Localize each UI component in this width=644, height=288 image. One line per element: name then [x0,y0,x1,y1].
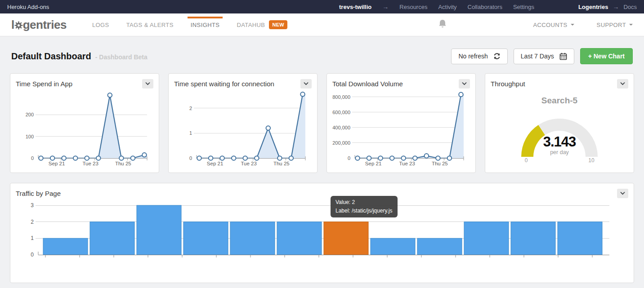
logentries-logo[interactable]: l gentries [11,18,67,32]
tooltip-label-line: Label: /static/js/jquery.js [335,207,393,215]
arrow-right-icon: → [613,3,619,10]
chart-title: Throughput [491,79,525,88]
page-title: Default Dashboard [11,51,91,62]
brand-group: Logentries → Docs [578,3,637,10]
chart-card-download-volume: Total Download Volume 0200,000400,000600… [326,73,476,173]
svg-text:Thu 25: Thu 25 [273,161,290,166]
chart-menu-button[interactable] [142,79,153,89]
dashboard-content: Default Dashboard - Dashboard Beta No re… [0,36,644,283]
chart-menu-button[interactable] [459,79,470,89]
svg-text:1: 1 [31,235,34,241]
calendar-icon [559,53,567,60]
nav-item-tags-alerts[interactable]: TAGS & ALERTS [118,13,182,36]
topbar-link-settings[interactable]: Settings [513,4,534,10]
traffic-bar-chart[interactable]: 0123 [16,201,628,277]
support-dropdown[interactable]: SUPPORT [597,22,633,28]
page-subtitle: - Dashboard Beta [95,52,148,61]
charts-row: Time Spend in App 0100200Sep 21Tue 23Thu… [10,73,634,173]
svg-text:Sep 21: Sep 21 [49,161,65,166]
main-navbar: l gentries LOGS TAGS & ALERTS INSIGHTS D… [0,13,644,36]
chart-menu-button[interactable] [300,79,312,89]
time-spend-line-chart[interactable]: 0100200Sep 21Tue 23Thu 25 [16,91,153,168]
app-name[interactable]: trevs-twillio [339,4,371,10]
topbar-link-resources[interactable]: Resources [399,4,427,10]
chart-title: Traffic by Page [16,189,61,197]
nav-menu: LOGS TAGS & ALERTS INSIGHTS DATAHUB NEW [84,13,296,36]
svg-text:Tue 23: Tue 23 [399,161,415,166]
logo-text-prefix: l [11,18,14,32]
svg-text:100: 100 [26,134,34,139]
svg-text:0: 0 [31,252,34,258]
logentries-brand[interactable]: Logentries [578,4,608,10]
waiting-connection-line-chart[interactable]: 012Sep 21Tue 23Thu 25 [174,91,312,168]
new-chart-button[interactable]: + New Chart [580,48,633,64]
notifications-bell-icon[interactable] [438,18,447,31]
nav-item-datahub[interactable]: DATAHUB NEW [228,13,296,36]
svg-text:Sep 21: Sep 21 [365,161,381,166]
svg-text:600,000: 600,000 [332,110,350,115]
navbar-right: ACCOUNTS SUPPORT [438,18,633,31]
topbar-link-collaborators[interactable]: Collaborators [468,4,502,10]
chevron-down-icon [145,82,150,85]
throughput-gauge-chart[interactable]: Search-5 3.143 per day 0 10 [491,91,628,168]
svg-text:0: 0 [31,155,34,161]
chart-title: Total Download Volume [332,79,403,88]
caret-down-icon [571,24,574,26]
chevron-down-icon [620,192,625,195]
date-range-button[interactable]: Last 7 Days [514,49,574,64]
caret-down-icon [629,24,633,26]
chart-title: Time spent waiting for connection [174,79,274,88]
logo-text-suffix: gentries [23,18,67,32]
chart-card-throughput: Throughput Search-5 3.143 per day 0 10 [485,73,634,173]
accounts-dropdown[interactable]: ACCOUNTS [533,22,574,28]
svg-text:Tue 23: Tue 23 [241,161,257,166]
svg-text:Thu 25: Thu 25 [115,161,131,166]
svg-text:0: 0 [348,155,350,161]
chart-card-time-spend: Time Spend in App 0100200Sep 21Tue 23Thu… [10,73,159,173]
chevron-down-icon [304,82,309,85]
svg-text:2: 2 [189,106,192,111]
svg-text:800,000: 800,000 [332,94,350,100]
arrow-right-icon: → [382,3,389,10]
header-controls: No refresh Last 7 Days [451,48,633,64]
chart-menu-button[interactable] [617,79,628,89]
svg-text:Tue 23: Tue 23 [83,161,98,166]
refresh-interval-button[interactable]: No refresh [451,49,507,64]
chevron-down-icon [620,82,625,85]
topbar-link-docs[interactable]: Docs [623,4,637,10]
gear-icon [14,21,23,30]
svg-text:Thu 25: Thu 25 [432,161,448,166]
chart-menu-button[interactable] [617,189,628,198]
refresh-icon [493,53,501,60]
svg-text:3: 3 [31,202,34,208]
svg-text:200: 200 [26,112,34,117]
tooltip-value-line: Value: 2 [335,198,393,207]
topbar-nav: trevs-twillio → Resources Activity Colla… [339,3,637,10]
chevron-down-icon [462,82,467,85]
heroku-product-title: Heroku Add-ons [7,4,49,10]
svg-text:400,000: 400,000 [332,125,350,130]
chart-card-waiting-connection: Time spent waiting for connection 012Sep… [168,73,318,173]
new-badge: NEW [269,20,287,29]
nav-item-insights[interactable]: INSIGHTS [182,13,228,36]
topbar-link-activity[interactable]: Activity [438,4,456,10]
download-volume-line-chart[interactable]: 0200,000400,000600,000800,000Sep 21Tue 2… [332,91,470,168]
svg-text:0: 0 [189,155,192,161]
svg-text:1: 1 [189,130,192,136]
svg-text:2: 2 [31,219,34,225]
heroku-topbar: Heroku Add-ons trevs-twillio → Resources… [0,0,644,13]
svg-text:Sep 21: Sep 21 [207,161,223,166]
chart-title: Time Spend in App [16,79,72,88]
bar-tooltip: Value: 2 Label: /static/js/jquery.js [331,196,398,217]
nav-item-logs[interactable]: LOGS [84,13,118,36]
dashboard-header: Default Dashboard - Dashboard Beta No re… [11,48,633,64]
chart-card-traffic-by-page: Traffic by Page 0123 Value: 2 Label: /st… [10,183,634,283]
svg-text:200,000: 200,000 [332,140,350,146]
